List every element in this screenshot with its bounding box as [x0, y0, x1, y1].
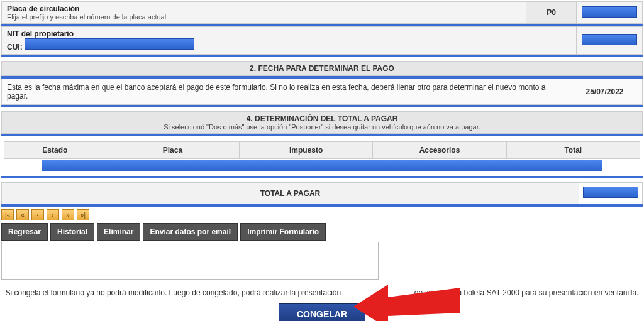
- col-total: Total: [506, 142, 640, 159]
- placa-input[interactable]: [582, 6, 637, 18]
- placa-prefix[interactable]: P0: [526, 2, 577, 24]
- total-label: TOTAL A PAGAR: [2, 183, 579, 204]
- nav-prev[interactable]: «: [16, 209, 29, 220]
- cui-label: CUI:: [7, 43, 23, 52]
- imprimir-button[interactable]: Imprimir Formulario: [240, 223, 326, 241]
- col-impuesto: Impuesto: [240, 142, 373, 159]
- table-row: [4, 159, 640, 173]
- nav-fwd[interactable]: ›: [47, 209, 59, 220]
- cui-input[interactable]: [25, 38, 194, 50]
- historial-button[interactable]: Historial: [50, 223, 94, 241]
- col-accesorios: Accesorios: [373, 142, 506, 159]
- payment-date: 25/07/2022: [567, 79, 643, 105]
- action-bar: Regresar Historial Eliminar Enviar datos…: [1, 223, 643, 241]
- section-4-header: 4. DETERMINACIÓN DEL TOTAL A PAGAR Si se…: [1, 111, 643, 134]
- placa-sub: Elija el prefijo y escriba el número de …: [7, 13, 521, 21]
- section-2-info: Esta es la fecha máxima en que el banco …: [2, 79, 567, 105]
- section-2-header: 2. FECHA PARA DETERMINAR EL PAGO: [1, 61, 643, 76]
- nit-input[interactable]: [582, 34, 637, 45]
- congelar-button[interactable]: CONGELAR: [279, 303, 365, 321]
- message-area[interactable]: [1, 242, 379, 280]
- placa-label: Placa de circulación: [7, 4, 521, 13]
- section-2-title: 2. FECHA PARA DETERMINAR EL PAGO: [6, 64, 638, 73]
- section-4-sub: Si seleccionó "Dos o más" use la opción …: [6, 123, 638, 131]
- nav-back[interactable]: ‹: [31, 209, 44, 220]
- col-placa: Placa: [106, 142, 239, 159]
- col-estado: Estado: [4, 142, 106, 159]
- pagination-nav: |« « ‹ › » »|: [1, 207, 643, 223]
- section-4-title: 4. DETERMINACIÓN DEL TOTAL A PAGAR: [6, 114, 638, 123]
- determination-table: Estado Placa Impuesto Accesorios Total: [4, 141, 640, 173]
- congelar-text: Si congela el formulario ya no podrá mod…: [1, 288, 643, 297]
- eliminar-button[interactable]: Eliminar: [97, 223, 140, 241]
- nit-label: NIT del propietario: [7, 30, 571, 38]
- regresar-button[interactable]: Regresar: [1, 223, 48, 241]
- enviar-email-button[interactable]: Enviar datos por email: [143, 223, 238, 241]
- nav-last[interactable]: »|: [77, 209, 89, 220]
- total-value: [583, 187, 638, 198]
- nav-next[interactable]: »: [62, 209, 74, 220]
- nav-first[interactable]: |«: [1, 209, 14, 220]
